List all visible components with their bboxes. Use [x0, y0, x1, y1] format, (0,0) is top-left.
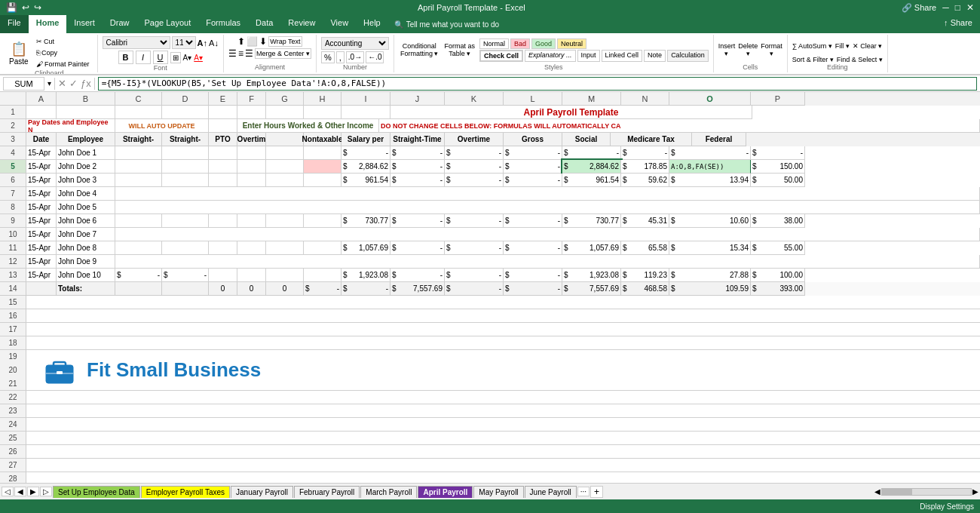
font-family-select[interactable]: Calibri	[103, 36, 170, 49]
row-14-f[interactable]: 0	[237, 282, 266, 296]
row-14-p[interactable]: $393.00	[751, 282, 805, 296]
linked-cell-style[interactable]: Linked Cell	[602, 50, 643, 62]
row-4-m[interactable]: $-	[562, 146, 621, 160]
tab-data[interactable]: Data	[248, 15, 280, 33]
col-header-o[interactable]: O	[669, 92, 751, 106]
row-5-i[interactable]: $2,884.62	[341, 160, 390, 174]
copy-button[interactable]: ⎘ Copy	[33, 48, 93, 58]
row-6-k[interactable]: $-	[445, 174, 504, 187]
row-11-g[interactable]	[266, 241, 304, 255]
row-14-a[interactable]	[26, 282, 57, 296]
row-13-c[interactable]: $-	[115, 269, 162, 282]
row-6-o[interactable]: $13.94	[669, 174, 751, 187]
font-color-btn[interactable]: A▾	[194, 54, 203, 62]
row-1-h[interactable]	[304, 106, 341, 119]
close-btn[interactable]: ✕	[966, 2, 974, 13]
sheet-tab-setup[interactable]: Set Up Employee Data	[53, 486, 140, 498]
row-13-i[interactable]: $1,923.08	[341, 269, 390, 282]
row-8-date[interactable]: 15-Apr	[26, 201, 57, 214]
row-6-n[interactable]: $59.62	[621, 174, 669, 187]
row-5-date[interactable]: 15-Apr	[26, 160, 57, 174]
row-5-n[interactable]: $178.85	[621, 160, 669, 174]
row-11-h[interactable]	[304, 241, 341, 255]
input-style[interactable]: Input	[577, 50, 600, 62]
row-5-e[interactable]	[209, 160, 237, 174]
row-11-e[interactable]	[209, 241, 237, 255]
row-13-d[interactable]: $-	[162, 269, 209, 282]
row-5-o[interactable]: A:O,8,FA(SE))	[669, 160, 751, 174]
cancel-formula-btn[interactable]: ✕	[58, 78, 66, 89]
row-11-i[interactable]: $1,057.69	[341, 241, 390, 255]
fill-btn[interactable]: Fill ▾	[835, 42, 850, 50]
row-11-c[interactable]	[115, 241, 162, 255]
col-header-e[interactable]: E	[209, 92, 237, 106]
row-1-g[interactable]	[266, 106, 304, 119]
row-5-f[interactable]	[237, 160, 266, 174]
row-5-c[interactable]	[115, 160, 162, 174]
horizontal-scrollbar[interactable]	[881, 488, 972, 496]
good-style[interactable]: Good	[531, 38, 556, 49]
row-4-f[interactable]	[237, 146, 266, 160]
row-14-h[interactable]: $-	[304, 282, 341, 296]
row-13-g[interactable]	[266, 269, 304, 282]
col-header-d[interactable]: D	[162, 92, 209, 106]
row-9-o[interactable]: $10.60	[669, 214, 751, 228]
row-6-i[interactable]: $961.54	[341, 174, 390, 187]
tab-formulas[interactable]: Formulas	[198, 15, 248, 33]
row-12-date[interactable]: 15-Apr	[26, 255, 57, 269]
tab-view[interactable]: View	[323, 15, 356, 33]
align-mid-btn[interactable]: ⬜	[247, 36, 258, 47]
col-header-p[interactable]: P	[751, 92, 805, 106]
row-13-date[interactable]: 15-Apr	[26, 269, 57, 282]
row-6-l[interactable]: $-	[504, 174, 562, 187]
row-11-k[interactable]: $-	[445, 241, 504, 255]
undo-icon[interactable]: ↩	[22, 2, 29, 13]
wrap-text-btn[interactable]: Wrap Text	[268, 36, 302, 47]
row-1-f[interactable]	[237, 106, 266, 119]
add-sheet-btn[interactable]: +	[590, 486, 603, 498]
col-header-k[interactable]: K	[445, 92, 504, 106]
row-14-k[interactable]: $-	[445, 282, 504, 296]
row-11-f[interactable]	[237, 241, 266, 255]
font-grow-btn[interactable]: A↑	[198, 38, 207, 48]
align-right-btn[interactable]: ☰	[245, 48, 253, 59]
row-5-h[interactable]	[304, 160, 341, 174]
row-13-o[interactable]: $27.88	[669, 269, 751, 282]
find-select-btn[interactable]: Find & Select ▾	[837, 56, 883, 63]
row-9-m[interactable]: $730.77	[562, 214, 621, 228]
more-sheets-btn[interactable]: ···	[577, 487, 590, 496]
name-box-dropdown[interactable]: ▾	[47, 79, 51, 88]
row-4-date[interactable]: 15-Apr	[26, 146, 57, 160]
row-9-k[interactable]: $-	[445, 214, 504, 228]
format-cells-btn[interactable]: Format▾	[761, 42, 782, 57]
row-6-h[interactable]	[304, 174, 341, 187]
row-11-o[interactable]: $15.34	[669, 241, 751, 255]
row-13-l[interactable]: $-	[504, 269, 562, 282]
row-9-p[interactable]: $38.00	[751, 214, 805, 228]
sheet-tab-april[interactable]: April Payroll	[418, 486, 473, 498]
tab-help[interactable]: Help	[356, 15, 388, 33]
horizontal-scroll-right[interactable]: ▶	[972, 487, 978, 496]
col-header-l[interactable]: L	[504, 92, 562, 106]
bad-style[interactable]: Bad	[510, 38, 530, 49]
font-shrink-btn[interactable]: A↓	[209, 38, 219, 48]
row-1-e[interactable]	[209, 106, 237, 119]
percent-btn[interactable]: %	[321, 51, 335, 63]
note-style[interactable]: Note	[644, 50, 666, 62]
cut-button[interactable]: ✂ Cut	[33, 36, 93, 47]
col-header-b[interactable]: B	[57, 92, 115, 106]
row-1-d[interactable]	[162, 106, 209, 119]
normal-style[interactable]: Normal	[479, 38, 509, 49]
row-14-o[interactable]: $109.59	[669, 282, 751, 296]
redo-icon[interactable]: ↪	[34, 2, 41, 13]
row-4-o[interactable]: $-	[669, 146, 751, 160]
tab-page-layout[interactable]: Page Layout	[136, 15, 198, 33]
border-btn[interactable]: ⊞	[170, 52, 181, 63]
row-9-c[interactable]	[115, 214, 162, 228]
format-painter-button[interactable]: 🖌 Format Painter	[33, 59, 93, 69]
sheet-tab-february[interactable]: February Payroll	[294, 486, 360, 498]
row-1-i[interactable]	[341, 106, 390, 119]
format-as-table-btn[interactable]: Format asTable ▾	[443, 41, 476, 59]
row-6-d[interactable]	[162, 174, 209, 187]
row-6-m[interactable]: $961.54	[562, 174, 621, 187]
